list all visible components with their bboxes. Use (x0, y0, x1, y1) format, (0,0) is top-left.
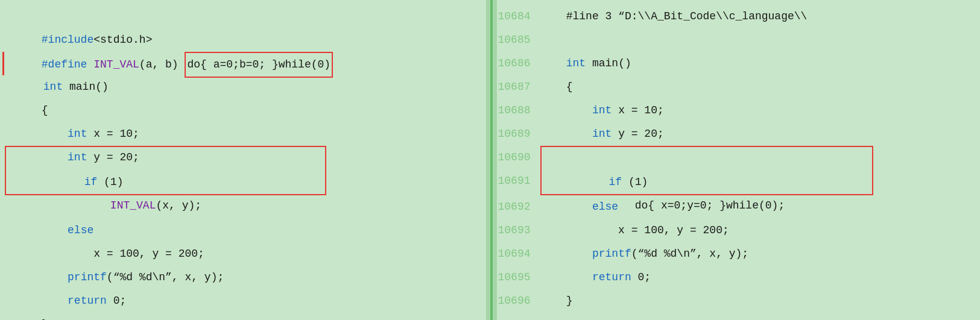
right-line-10686: 10686 int main() (497, 52, 981, 75)
right-line-10696: 10696 } (497, 289, 981, 313)
right-if-block-container: 10690 10691 if (1) do{ x=0;y=0; }while(0… (497, 146, 981, 195)
code-line-l1: #include<stdio.h> (2, 5, 486, 28)
right-line-10687: 10687 { (497, 75, 981, 99)
right-line-nums: 10690 10691 (497, 146, 540, 195)
right-line-10688: 10688 int x = 10; (497, 99, 981, 122)
code-line-l2: #define INT_VAL(a, b) do{ a=0;b=0; }whil… (2, 28, 486, 52)
code-line-l7: if (1) (6, 147, 325, 171)
code-line-l6: int y = 20; (2, 122, 486, 146)
right-if-box: if (1) do{ x=0;y=0; }while(0); (540, 146, 873, 195)
right-line-10689: 10689 int y = 20; (497, 122, 981, 146)
right-pane: 10684 #line 3 “D:\\A_Bit_Code\\c_languag… (497, 0, 981, 320)
code-line-l11: printf(“%d %d\n”, x, y); (2, 242, 486, 266)
pane-divider (486, 0, 497, 320)
green-bar (490, 0, 493, 320)
if-block-box: if (1) INT_VAL(x, y); (5, 146, 326, 195)
right-if-box-wrapper: 10690 10691 if (1) do{ x=0;y=0; }while(0… (497, 146, 981, 195)
define-macro-box: do{ a=0;b=0; }while(0) (185, 52, 333, 78)
code-line-l8: INT_VAL(x, y); (6, 171, 325, 194)
right-line-10695: 10695 return 0; (497, 266, 981, 289)
right-line-10684: 10684 #line 3 “D:\\A_Bit_Code\\c_languag… (497, 5, 981, 28)
code-line-l12: return 0; (2, 266, 486, 289)
right-line-10694: 10694 printf(“%d %d\n”, x, y); (497, 242, 981, 266)
code-line-l5: int x = 10; (2, 99, 486, 122)
right-line-10693: 10693 x = 100, y = 200; (497, 219, 981, 242)
right-line-10685: 10685 (497, 28, 981, 52)
left-pane: #include<stdio.h> #define INT_VAL(a, b) … (0, 0, 486, 320)
